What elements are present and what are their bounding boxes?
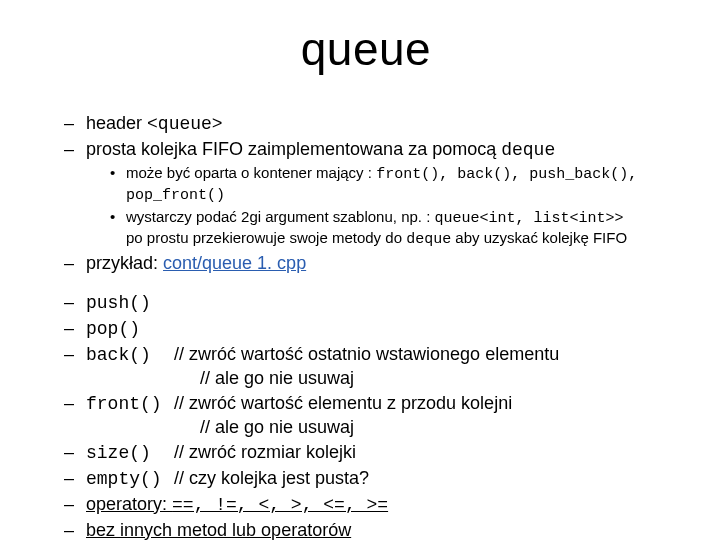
code: deque bbox=[501, 140, 555, 160]
bullet-list: header <queue> prosta kolejka FIFO zaimp… bbox=[60, 112, 672, 540]
slide: queue header <queue> prosta kolejka FIFO… bbox=[0, 0, 720, 540]
method-name: pop() bbox=[86, 318, 174, 341]
bullet-operators: operatory: ==, !=, <, >, <=, >= bbox=[60, 493, 672, 517]
comment: // czy kolejka jest pusta? bbox=[174, 468, 369, 488]
bullet-nomore: bez innych metod lub operatorów bbox=[60, 519, 672, 540]
text: bez innych metod lub operatorów bbox=[86, 520, 351, 540]
comment: // ale go nie usuwaj bbox=[86, 416, 672, 439]
text: prosta kolejka FIFO zaimplementowana za … bbox=[86, 139, 501, 159]
method-name: size() bbox=[86, 442, 174, 465]
example-link[interactable]: cont/queue 1. cpp bbox=[163, 253, 306, 273]
comment: // zwróć wartość elementu z przodu kolej… bbox=[174, 393, 512, 413]
spacer bbox=[60, 277, 672, 291]
bullet-front: front()// zwróć wartość elementu z przod… bbox=[60, 392, 672, 439]
text: wystarczy podać 2gi argument szablonu, n… bbox=[126, 208, 435, 225]
sub-bullet-template: wystarczy podać 2gi argument szablonu, n… bbox=[110, 208, 672, 250]
bullet-header: header <queue> bbox=[60, 112, 672, 136]
comment: // ale go nie usuwaj bbox=[86, 367, 672, 390]
code: ==, !=, <, >, <=, >= bbox=[172, 495, 388, 515]
method-name: push() bbox=[86, 292, 174, 315]
method-name: back() bbox=[86, 344, 174, 367]
text: operatory: bbox=[86, 494, 172, 514]
text: aby uzyskać kolejkę FIFO bbox=[451, 229, 627, 246]
method-name: empty() bbox=[86, 468, 174, 491]
bullet-pop: pop() bbox=[60, 317, 672, 341]
method-name: front() bbox=[86, 393, 174, 416]
slide-title: queue bbox=[60, 22, 672, 76]
bullet-fifo: prosta kolejka FIFO zaimplementowana za … bbox=[60, 138, 672, 250]
bullet-back: back()// zwróć wartość ostatnio wstawion… bbox=[60, 343, 672, 390]
bullet-example: przykład: cont/queue 1. cpp bbox=[60, 252, 672, 275]
bullet-empty: empty()// czy kolejka jest pusta? bbox=[60, 467, 672, 491]
bullet-push: push() bbox=[60, 291, 672, 315]
code: <queue> bbox=[147, 114, 223, 134]
text: po prostu przekierowuje swoje metody do bbox=[126, 229, 406, 246]
text: header bbox=[86, 113, 147, 133]
code: deque bbox=[406, 231, 451, 248]
comment: // zwróć wartość ostatnio wstawionego el… bbox=[174, 344, 559, 364]
sub-list: może być oparta o kontener mający : fron… bbox=[110, 164, 672, 250]
comment: // zwróć rozmiar kolejki bbox=[174, 442, 356, 462]
bullet-size: size()// zwróć rozmiar kolejki bbox=[60, 441, 672, 465]
sub-bullet-container: może być oparta o kontener mający : fron… bbox=[110, 164, 672, 206]
code: queue<int, list<int>> bbox=[435, 210, 624, 227]
text: może być oparta o kontener mający : bbox=[126, 164, 376, 181]
text: przykład: bbox=[86, 253, 163, 273]
